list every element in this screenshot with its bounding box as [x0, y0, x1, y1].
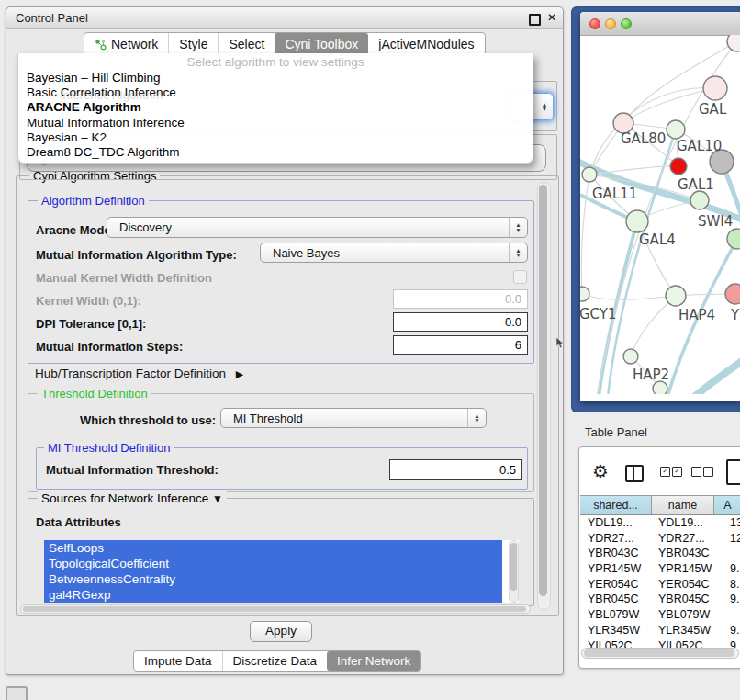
table-row[interactable]: YBR045CYBR045C9.	[580, 592, 740, 607]
algorithm-option[interactable]: Bayesian – K2	[18, 130, 533, 145]
table-cell[interactable]: 13	[730, 515, 740, 531]
table-row[interactable]: YBL079WYBL079W	[580, 607, 740, 623]
table-cell[interactable]: YIL052C	[588, 638, 633, 649]
attribute-item[interactable]: gal4RGexp	[44, 587, 502, 603]
attribute-item[interactable]: BetweennessCentrality	[44, 571, 502, 587]
table-row[interactable]: YIL052CYIL052C9	[580, 638, 740, 649]
scrollbar-thumb[interactable]	[539, 185, 547, 596]
table-cell[interactable]: YER054C	[658, 577, 710, 593]
network-node-y[interactable]	[725, 284, 740, 304]
table-cell[interactable]: 9.	[730, 592, 739, 607]
scrollbar-thumb[interactable]	[23, 606, 526, 612]
table-row[interactable]: YDL19...YDL19...13	[580, 515, 740, 531]
network-node[interactable]	[653, 381, 667, 394]
sources-group-title[interactable]: Sources for Network Inference ▼	[38, 491, 227, 505]
table-cell[interactable]: 9.	[730, 561, 739, 577]
network-node-swi4[interactable]	[727, 229, 740, 249]
table-row[interactable]: YDR27...YDR27...12	[580, 531, 740, 547]
attribute-item[interactable]: TopologicalCoefficient	[44, 556, 502, 571]
network-canvas[interactable]: GALGAL80GAL10GAL1GAL11GAL4SWI4GCY1HAP4YH…	[580, 35, 740, 394]
control-panel-titlebar[interactable]: Control Panel ✕	[6, 7, 563, 29]
algorithm-option[interactable]: Bayesian – Hill Climbing	[18, 71, 533, 85]
apply-button[interactable]: Apply	[250, 621, 312, 642]
table-cell[interactable]: YDR27...	[658, 531, 705, 547]
table-cell[interactable]: YER054C	[588, 577, 639, 593]
table-cell[interactable]: 9.	[730, 623, 739, 638]
table-cell[interactable]: YBR043C	[588, 546, 639, 561]
network-node-gal[interactable]	[703, 76, 727, 100]
table-cell[interactable]: YLR345W	[658, 623, 711, 638]
table-cell[interactable]: 12	[730, 531, 740, 547]
column-header[interactable]: shared...	[580, 496, 652, 514]
settings-vertical-scrollbar[interactable]	[537, 182, 551, 610]
column-header[interactable]: A	[714, 496, 740, 514]
mi-type-combo[interactable]: Naive Bayes ▲▼	[260, 243, 528, 263]
table-cell[interactable]: YBR043C	[658, 546, 710, 561]
gear-icon[interactable]: ⚙	[592, 462, 609, 480]
mi-threshold-input[interactable]: 0.5	[389, 459, 522, 480]
mac-zoom-icon[interactable]	[621, 18, 632, 29]
settings-horizontal-scrollbar[interactable]	[20, 604, 531, 614]
attribute-item[interactable]: SelfLoops	[44, 540, 502, 556]
table-row[interactable]: YER054CYER054C8.	[580, 577, 740, 593]
mi-steps-input[interactable]: 6	[393, 335, 528, 355]
network-node-gal4[interactable]	[626, 210, 648, 232]
checkbox-checked-icon[interactable]: ✓	[672, 467, 682, 477]
tab-jactivemnodules[interactable]: jActiveMNodules	[368, 33, 484, 55]
table-cell[interactable]: YBR045C	[658, 592, 710, 607]
table-cell[interactable]: 8.	[730, 577, 739, 593]
network-node-hap4[interactable]	[666, 286, 686, 306]
network-node-gal10[interactable]	[667, 120, 685, 139]
network-node[interactable]	[727, 35, 740, 51]
table-row[interactable]: YLR345WYLR345W9.	[580, 623, 740, 638]
table-cell[interactable]: YDR27...	[588, 531, 634, 547]
new-table-icon[interactable]	[726, 459, 740, 485]
floating-handle[interactable]	[6, 686, 28, 700]
table-cell[interactable]: YLR345W	[588, 623, 640, 638]
checkbox-unchecked-icon[interactable]	[703, 467, 713, 477]
hub-definition-toggle[interactable]: Hub/Transcription Factor Definition ▶	[35, 367, 243, 380]
manual-kernel-checkbox[interactable]	[513, 270, 527, 284]
scrollbar-thumb[interactable]	[584, 649, 734, 657]
tab-network[interactable]: Network	[84, 33, 168, 55]
table-cell[interactable]: YBL079W	[588, 607, 639, 623]
tab-infer-network[interactable]: Infer Network	[327, 651, 420, 671]
table-horizontal-scrollbar[interactable]	[581, 648, 739, 659]
kernel-width-input[interactable]: 0.0	[393, 289, 528, 309]
table-row[interactable]: YPR145WYPR145W9.	[580, 561, 740, 577]
network-node[interactable]	[670, 158, 687, 175]
attributes-vertical-scrollbar[interactable]	[509, 540, 519, 603]
table-cell[interactable]: YPR145W	[588, 561, 641, 577]
network-window-titlebar[interactable]	[580, 12, 740, 36]
network-node-gal1[interactable]	[690, 191, 709, 209]
aracne-mode-combo[interactable]: Discovery ▲▼	[107, 217, 528, 238]
network-node-hap2[interactable]	[623, 349, 638, 364]
network-node-gcy1[interactable]	[580, 287, 589, 301]
scrollbar-thumb[interactable]	[510, 543, 517, 591]
network-node-gal11[interactable]	[582, 167, 597, 182]
algorithm-option[interactable]: Mutual Information Inference	[18, 116, 533, 130]
close-icon[interactable]: ✕	[547, 11, 556, 24]
table-cell[interactable]: YDL19...	[658, 515, 703, 531]
column-header[interactable]: name	[652, 496, 714, 514]
table-cell[interactable]: 9	[730, 638, 736, 649]
table-cell[interactable]: YBL079W	[658, 607, 710, 623]
mac-close-icon[interactable]	[589, 18, 600, 29]
which-threshold-combo[interactable]: MI Threshold ▲▼	[220, 408, 487, 428]
tab-discretize-data[interactable]: Discretize Data	[222, 651, 328, 671]
table-cell[interactable]: YIL052C	[658, 638, 703, 649]
tab-style[interactable]: Style	[168, 33, 218, 55]
table-cell[interactable]: YBR045C	[588, 592, 639, 607]
checkbox-unchecked-icon[interactable]	[691, 467, 701, 477]
algorithm-option[interactable]: Dream8 DC_TDC Algorithm	[18, 145, 533, 160]
table-cell[interactable]: YPR145W	[658, 561, 712, 577]
table-cell[interactable]: YDL19...	[588, 515, 633, 531]
algorithm-option[interactable]: ARACNE Algorithm	[18, 100, 533, 115]
columns-icon[interactable]	[625, 465, 644, 482]
checkbox-checked-icon[interactable]: ✓	[660, 467, 670, 477]
mac-minimize-icon[interactable]	[605, 18, 616, 29]
float-window-icon[interactable]	[529, 14, 541, 26]
tab-cyni-toolbox[interactable]: Cyni Toolbox	[275, 33, 368, 55]
tab-select[interactable]: Select	[218, 33, 275, 55]
tab-impute-data[interactable]: Impute Data	[134, 651, 222, 671]
